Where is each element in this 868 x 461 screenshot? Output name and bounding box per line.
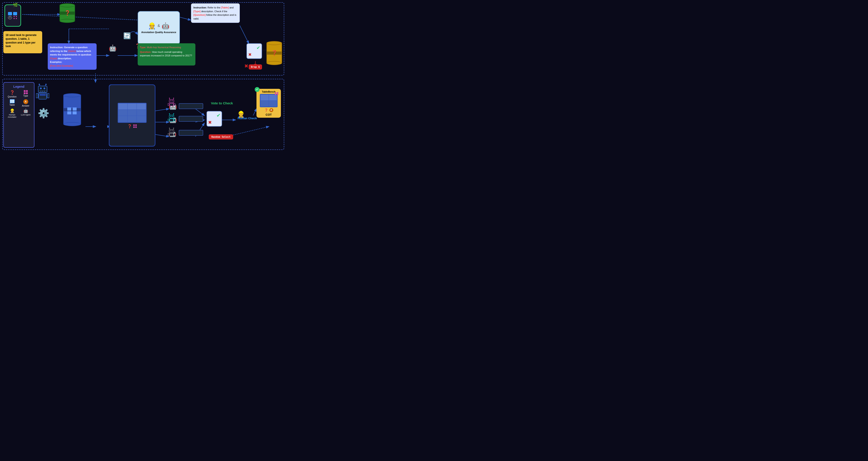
svg-rect-70 xyxy=(174,133,176,135)
tablebench-grid xyxy=(260,94,278,107)
cyan-robot xyxy=(168,113,176,123)
svg-point-33 xyxy=(44,91,45,92)
ampersand: & xyxy=(158,24,160,28)
refresh-icon: 🔄 xyxy=(123,32,131,39)
instruction-right-box: Instruction: Refer to the [Table] and [T… xyxy=(191,3,240,23)
svg-rect-68 xyxy=(169,133,174,136)
svg-point-49 xyxy=(169,113,170,114)
svg-point-26 xyxy=(45,84,46,85)
tablebench-cot-label: COT xyxy=(266,113,272,116)
gray-robot xyxy=(168,128,176,137)
pink-robot xyxy=(168,98,176,107)
llm-robot-icon: 🤖 xyxy=(109,44,117,52)
legend-answer: A Answer xyxy=(20,99,32,107)
svg-point-24 xyxy=(39,84,40,85)
svg-rect-69 xyxy=(168,133,169,135)
svg-point-38 xyxy=(169,98,170,99)
qa-annotation-box: 👷 & 🤖 Annotation Quality Assurance xyxy=(138,11,180,44)
legend-table: Table xyxy=(6,99,18,107)
tablebench-check-icon: ✔ xyxy=(255,87,259,92)
vote-check-box: ✔ ✖ xyxy=(207,111,222,127)
table-grid-icon xyxy=(118,103,147,123)
tablebench-box: TableBench ❓ A COT ✔ xyxy=(256,89,281,118)
svg-rect-58 xyxy=(168,119,169,121)
svg-point-66 xyxy=(170,130,171,131)
tool-icon: ⚙️ xyxy=(38,108,49,119)
seed-task-box: 18 seed task to generate question. 1 tab… xyxy=(3,31,42,53)
svg-point-31 xyxy=(40,91,41,92)
svg-point-44 xyxy=(170,100,171,101)
check-cross-box-top: ✔ ✖ xyxy=(246,43,262,59)
svg-rect-47 xyxy=(168,103,169,105)
robot-icon-qa: 🤖 xyxy=(162,22,169,30)
svg-point-50 xyxy=(173,113,174,114)
vote-to-check-label: Vote to Check xyxy=(211,101,233,105)
legend-grid: ❓ Question Type Table xyxy=(6,90,32,118)
svg-rect-59 xyxy=(174,119,176,121)
device-box-bottom: ❓ xyxy=(109,84,155,147)
answer-box-2 xyxy=(179,116,203,122)
legend-human: 👷 Human Annotator xyxy=(6,109,18,118)
tablebench-sub-icons: ❓ A xyxy=(264,108,273,112)
llm-instruction-box: Instruction: Generate a question referri… xyxy=(48,43,97,70)
phone-icon: 🌿 ? xyxy=(4,4,21,27)
svg-rect-46 xyxy=(169,103,174,106)
legend-llm: 🤖 LLM Agent xyxy=(20,109,32,118)
large-bottom-robot xyxy=(36,83,49,104)
legend-box: Legend ❓ Question Type xyxy=(3,82,34,148)
diagram-container: 🌿 ? 18 seed task to generate question. 1… xyxy=(0,0,289,153)
gold-database: ❓ xyxy=(267,41,282,65)
svg-point-39 xyxy=(173,98,174,99)
svg-point-55 xyxy=(170,116,171,117)
legend-title: Legend xyxy=(6,85,32,88)
phone-grid: ? xyxy=(8,12,18,19)
green-database: ❓ xyxy=(60,3,75,23)
svg-rect-36 xyxy=(36,93,38,98)
qa-label: Annotation Quality Assurance xyxy=(140,31,177,34)
answer-box-3 xyxy=(179,130,203,136)
x-mark-dropq: ✖ xyxy=(244,63,248,69)
qa-question-line: Question: How much overall operating exp… xyxy=(140,50,193,58)
svg-rect-57 xyxy=(169,119,174,121)
svg-point-56 xyxy=(172,116,173,117)
svg-rect-37 xyxy=(47,93,49,98)
worker-icon: 👷 xyxy=(148,22,156,30)
legend-question: ❓ Question xyxy=(6,90,18,98)
svg-rect-35 xyxy=(39,94,46,96)
answer-box-1 xyxy=(179,103,203,109)
svg-rect-48 xyxy=(174,103,176,105)
legend-type: Type xyxy=(20,90,32,98)
qa-type-line: Type: Multi-hop Numerical Reasoning xyxy=(140,45,193,49)
svg-point-60 xyxy=(169,128,170,129)
svg-point-32 xyxy=(42,91,43,92)
qa-icons: 👷 & 🤖 xyxy=(148,22,169,30)
device-icons-row: ❓ xyxy=(127,124,137,128)
blue-database-bottom xyxy=(63,93,81,126)
random-select-button[interactable]: Random Select xyxy=(209,134,233,140)
seed-task-text: 18 seed task to generate question. 1 tab… xyxy=(5,34,36,48)
drop-q-button[interactable]: Drop Q xyxy=(249,64,262,69)
phone-leaf-icon: 🌿 xyxy=(13,2,18,7)
qa-green-result-box: Type: Multi-hop Numerical Reasoning Ques… xyxy=(138,43,195,65)
svg-point-45 xyxy=(172,100,173,101)
tablebench-label: TableBench xyxy=(262,90,276,93)
svg-point-30 xyxy=(43,88,45,89)
human-check-label: Human Check xyxy=(238,117,257,120)
svg-point-61 xyxy=(173,128,174,129)
svg-point-67 xyxy=(172,130,173,131)
svg-point-29 xyxy=(40,88,42,89)
